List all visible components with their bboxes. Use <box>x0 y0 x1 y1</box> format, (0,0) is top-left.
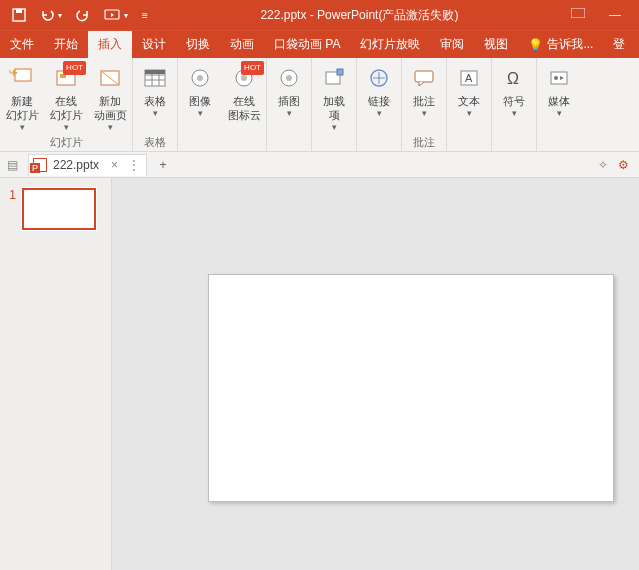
group-slides: 新建幻灯片 HOT 在线幻灯片 新加动画页 幻灯片 <box>0 58 133 151</box>
powerpoint-file-icon <box>33 158 47 172</box>
minimize-button[interactable]: — <box>609 8 621 22</box>
dropdown-icon <box>133 106 177 120</box>
save-icon[interactable] <box>12 8 26 22</box>
svg-rect-1 <box>16 9 22 13</box>
addins-label: 加载项 <box>312 94 356 122</box>
dropdown-icon <box>447 106 491 120</box>
dropdown-icon <box>537 106 581 120</box>
svg-point-13 <box>241 75 247 81</box>
new-slide-button[interactable]: 新建幻灯片 <box>0 64 44 134</box>
group-tables: 表格 表格 <box>133 58 178 151</box>
slide-thumbnail-panel: 1 <box>0 178 112 570</box>
workspace: 1 <box>0 178 639 570</box>
document-tab-bar: ▤ 222.pptx × ⋮ + ✧ ⚙ <box>0 152 639 178</box>
svg-rect-17 <box>337 69 343 75</box>
tab-insert[interactable]: 插入 <box>88 31 132 58</box>
new-anim-page-button[interactable]: 新加动画页 <box>88 64 132 134</box>
svg-rect-4 <box>15 69 31 81</box>
group-images: 图像 HOT 在线图标云 <box>178 58 266 151</box>
document-filename: 222.pptx <box>53 158 99 172</box>
svg-rect-3 <box>571 8 585 18</box>
new-slide-label: 新建幻灯片 <box>0 94 44 122</box>
pin-icon[interactable]: ✧ <box>598 158 608 172</box>
dropdown-icon <box>178 106 222 120</box>
document-tab[interactable]: 222.pptx × ⋮ <box>28 154 147 176</box>
dropdown-icon <box>357 106 401 120</box>
hot-badge: HOT <box>241 61 264 75</box>
svg-rect-9 <box>145 70 165 74</box>
media-button[interactable]: 媒体 <box>537 64 581 120</box>
group-links: 链接 <box>357 58 402 151</box>
dropdown-icon <box>88 120 132 134</box>
tab-view[interactable]: 视图 <box>474 31 518 58</box>
tab-sign-in[interactable]: 登 <box>603 31 635 58</box>
tab-tell-me[interactable]: 💡 告诉我... <box>518 31 603 58</box>
slide[interactable] <box>208 274 614 502</box>
tab-slideshow[interactable]: 幻灯片放映 <box>350 31 430 58</box>
ribbon-display-icon[interactable] <box>571 8 585 22</box>
window-buttons: — <box>571 8 639 22</box>
addins-button[interactable]: 加载项 <box>312 64 356 134</box>
group-addins: 加载项 <box>312 58 357 151</box>
tab-file[interactable]: 文件 <box>0 31 44 58</box>
group-images-label <box>178 135 266 151</box>
tab-design[interactable]: 设计 <box>132 31 176 58</box>
images-button[interactable]: 图像 <box>178 64 222 120</box>
dropdown-icon <box>312 120 356 134</box>
slide-canvas-area[interactable] <box>112 178 639 570</box>
window-title: 222.pptx - PowerPoint(产品激活失败) <box>148 7 571 24</box>
online-icon-cloud-button[interactable]: HOT 在线图标云 <box>222 64 266 122</box>
lightbulb-icon: 💡 <box>528 38 543 52</box>
symbols-button[interactable]: Ω符号 <box>492 64 536 120</box>
group-media: 媒体 <box>537 58 581 151</box>
quick-access-toolbar: ▾ ▾ ≡ <box>0 8 148 22</box>
table-button[interactable]: 表格 <box>133 64 177 120</box>
group-tables-label: 表格 <box>133 135 177 151</box>
illustrations-button[interactable]: 插图 <box>267 64 311 120</box>
undo-icon[interactable]: ▾ <box>40 8 62 22</box>
svg-text:Ω: Ω <box>507 70 519 87</box>
online-slide-button[interactable]: HOT 在线幻灯片 <box>44 64 88 134</box>
svg-text:A: A <box>465 72 473 84</box>
svg-point-11 <box>197 75 203 81</box>
add-tab-button[interactable]: + <box>151 158 175 172</box>
group-symbols: Ω符号 <box>492 58 537 151</box>
dropdown-icon <box>0 120 44 134</box>
comment-button[interactable]: 批注 <box>402 64 446 120</box>
hot-badge: HOT <box>63 61 86 75</box>
svg-point-24 <box>554 76 558 80</box>
doc-menu-icon[interactable]: ▤ <box>0 158 24 172</box>
svg-rect-19 <box>415 71 433 82</box>
start-slideshow-icon[interactable]: ▾ <box>104 8 128 22</box>
tab-animations[interactable]: 动画 <box>220 31 264 58</box>
thumbnail-number: 1 <box>6 188 16 230</box>
redo-icon[interactable] <box>76 8 90 22</box>
iconcloud-label: 在线图标云 <box>222 94 266 122</box>
tab-transitions[interactable]: 切换 <box>176 31 220 58</box>
ribbon-tabs: 文件 开始 插入 设计 切换 动画 口袋动画 PA 幻灯片放映 审阅 视图 💡 … <box>0 30 639 58</box>
online-slide-label: 在线幻灯片 <box>44 94 88 122</box>
tell-me-label: 告诉我... <box>547 36 593 53</box>
group-slides-label: 幻灯片 <box>0 135 132 151</box>
settings-gear-icon[interactable]: ⚙ <box>618 158 629 172</box>
document-tab-more[interactable]: ⋮ <box>128 158 140 172</box>
tab-pocket-anim[interactable]: 口袋动画 PA <box>264 31 350 58</box>
text-button[interactable]: A文本 <box>447 64 491 120</box>
group-text: A文本 <box>447 58 492 151</box>
dropdown-icon <box>267 106 311 120</box>
links-button[interactable]: 链接 <box>357 64 401 120</box>
group-comments-label: 批注 <box>402 135 446 151</box>
thumbnail-row[interactable]: 1 <box>6 188 105 230</box>
close-document-button[interactable]: × <box>111 158 118 172</box>
new-anim-label: 新加动画页 <box>88 94 132 122</box>
ribbon: 新建幻灯片 HOT 在线幻灯片 新加动画页 幻灯片 表格 表格 <box>0 58 639 152</box>
group-comments: 批注 批注 <box>402 58 447 151</box>
dropdown-icon <box>402 106 446 120</box>
svg-point-15 <box>286 75 292 81</box>
tab-review[interactable]: 审阅 <box>430 31 474 58</box>
dropdown-icon <box>44 120 88 134</box>
slide-thumbnail[interactable] <box>22 188 96 230</box>
group-illustrations: 插图 <box>266 58 312 151</box>
tab-home[interactable]: 开始 <box>44 31 88 58</box>
svg-rect-23 <box>551 72 567 84</box>
